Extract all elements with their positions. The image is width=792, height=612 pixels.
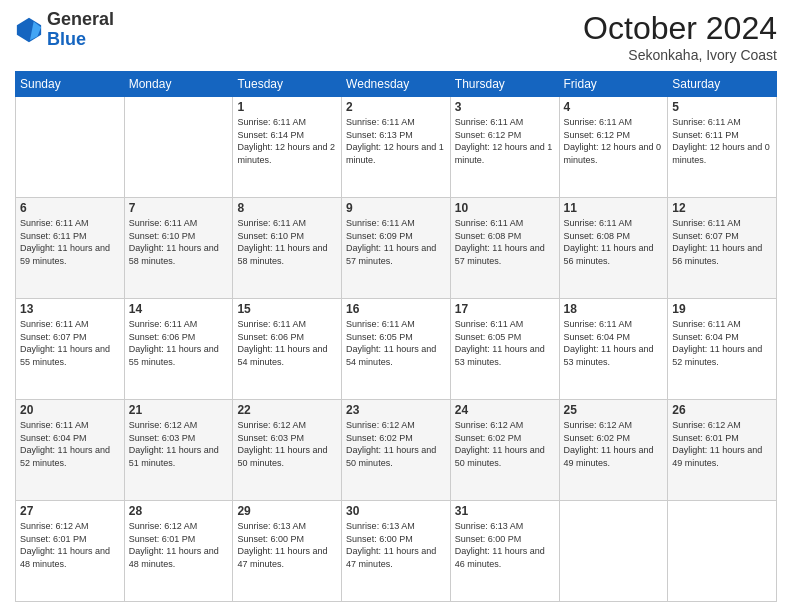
calendar-week-row: 20Sunrise: 6:11 AM Sunset: 6:04 PM Dayli… xyxy=(16,400,777,501)
table-row: 20Sunrise: 6:11 AM Sunset: 6:04 PM Dayli… xyxy=(16,400,125,501)
day-number: 16 xyxy=(346,302,446,316)
table-row: 31Sunrise: 6:13 AM Sunset: 6:00 PM Dayli… xyxy=(450,501,559,602)
day-info: Sunrise: 6:11 AM Sunset: 6:09 PM Dayligh… xyxy=(346,217,446,267)
day-number: 27 xyxy=(20,504,120,518)
table-row: 11Sunrise: 6:11 AM Sunset: 6:08 PM Dayli… xyxy=(559,198,668,299)
day-number: 13 xyxy=(20,302,120,316)
day-info: Sunrise: 6:11 AM Sunset: 6:06 PM Dayligh… xyxy=(237,318,337,368)
day-info: Sunrise: 6:11 AM Sunset: 6:07 PM Dayligh… xyxy=(672,217,772,267)
title-block: October 2024 Sekonkaha, Ivory Coast xyxy=(583,10,777,63)
table-row: 10Sunrise: 6:11 AM Sunset: 6:08 PM Dayli… xyxy=(450,198,559,299)
day-info: Sunrise: 6:12 AM Sunset: 6:01 PM Dayligh… xyxy=(129,520,229,570)
calendar-header-row: Sunday Monday Tuesday Wednesday Thursday… xyxy=(16,72,777,97)
day-info: Sunrise: 6:11 AM Sunset: 6:04 PM Dayligh… xyxy=(672,318,772,368)
day-number: 15 xyxy=(237,302,337,316)
table-row: 7Sunrise: 6:11 AM Sunset: 6:10 PM Daylig… xyxy=(124,198,233,299)
col-wednesday: Wednesday xyxy=(342,72,451,97)
day-number: 19 xyxy=(672,302,772,316)
table-row: 22Sunrise: 6:12 AM Sunset: 6:03 PM Dayli… xyxy=(233,400,342,501)
table-row: 9Sunrise: 6:11 AM Sunset: 6:09 PM Daylig… xyxy=(342,198,451,299)
table-row: 14Sunrise: 6:11 AM Sunset: 6:06 PM Dayli… xyxy=(124,299,233,400)
day-info: Sunrise: 6:11 AM Sunset: 6:05 PM Dayligh… xyxy=(346,318,446,368)
day-number: 22 xyxy=(237,403,337,417)
day-number: 5 xyxy=(672,100,772,114)
table-row: 3Sunrise: 6:11 AM Sunset: 6:12 PM Daylig… xyxy=(450,97,559,198)
logo: General Blue xyxy=(15,10,114,50)
day-info: Sunrise: 6:12 AM Sunset: 6:03 PM Dayligh… xyxy=(237,419,337,469)
col-tuesday: Tuesday xyxy=(233,72,342,97)
day-number: 3 xyxy=(455,100,555,114)
table-row: 29Sunrise: 6:13 AM Sunset: 6:00 PM Dayli… xyxy=(233,501,342,602)
table-row: 26Sunrise: 6:12 AM Sunset: 6:01 PM Dayli… xyxy=(668,400,777,501)
day-number: 4 xyxy=(564,100,664,114)
col-thursday: Thursday xyxy=(450,72,559,97)
table-row: 30Sunrise: 6:13 AM Sunset: 6:00 PM Dayli… xyxy=(342,501,451,602)
table-row xyxy=(16,97,125,198)
calendar-week-row: 6Sunrise: 6:11 AM Sunset: 6:11 PM Daylig… xyxy=(16,198,777,299)
day-info: Sunrise: 6:11 AM Sunset: 6:04 PM Dayligh… xyxy=(20,419,120,469)
day-info: Sunrise: 6:12 AM Sunset: 6:01 PM Dayligh… xyxy=(20,520,120,570)
table-row: 23Sunrise: 6:12 AM Sunset: 6:02 PM Dayli… xyxy=(342,400,451,501)
col-monday: Monday xyxy=(124,72,233,97)
day-info: Sunrise: 6:13 AM Sunset: 6:00 PM Dayligh… xyxy=(455,520,555,570)
day-info: Sunrise: 6:11 AM Sunset: 6:08 PM Dayligh… xyxy=(455,217,555,267)
day-number: 7 xyxy=(129,201,229,215)
day-number: 26 xyxy=(672,403,772,417)
day-number: 10 xyxy=(455,201,555,215)
table-row: 21Sunrise: 6:12 AM Sunset: 6:03 PM Dayli… xyxy=(124,400,233,501)
col-sunday: Sunday xyxy=(16,72,125,97)
day-info: Sunrise: 6:12 AM Sunset: 6:02 PM Dayligh… xyxy=(346,419,446,469)
day-number: 20 xyxy=(20,403,120,417)
month-title: October 2024 xyxy=(583,10,777,47)
calendar-week-row: 27Sunrise: 6:12 AM Sunset: 6:01 PM Dayli… xyxy=(16,501,777,602)
table-row: 2Sunrise: 6:11 AM Sunset: 6:13 PM Daylig… xyxy=(342,97,451,198)
day-info: Sunrise: 6:11 AM Sunset: 6:12 PM Dayligh… xyxy=(564,116,664,166)
day-info: Sunrise: 6:11 AM Sunset: 6:05 PM Dayligh… xyxy=(455,318,555,368)
table-row: 18Sunrise: 6:11 AM Sunset: 6:04 PM Dayli… xyxy=(559,299,668,400)
day-number: 23 xyxy=(346,403,446,417)
day-info: Sunrise: 6:11 AM Sunset: 6:14 PM Dayligh… xyxy=(237,116,337,166)
logo-general-text: General xyxy=(47,10,114,30)
day-number: 17 xyxy=(455,302,555,316)
table-row: 1Sunrise: 6:11 AM Sunset: 6:14 PM Daylig… xyxy=(233,97,342,198)
day-number: 30 xyxy=(346,504,446,518)
day-number: 6 xyxy=(20,201,120,215)
table-row: 15Sunrise: 6:11 AM Sunset: 6:06 PM Dayli… xyxy=(233,299,342,400)
day-number: 18 xyxy=(564,302,664,316)
table-row: 27Sunrise: 6:12 AM Sunset: 6:01 PM Dayli… xyxy=(16,501,125,602)
col-friday: Friday xyxy=(559,72,668,97)
col-saturday: Saturday xyxy=(668,72,777,97)
day-number: 14 xyxy=(129,302,229,316)
table-row xyxy=(668,501,777,602)
page: General Blue October 2024 Sekonkaha, Ivo… xyxy=(0,0,792,612)
table-row: 5Sunrise: 6:11 AM Sunset: 6:11 PM Daylig… xyxy=(668,97,777,198)
day-info: Sunrise: 6:13 AM Sunset: 6:00 PM Dayligh… xyxy=(346,520,446,570)
table-row: 4Sunrise: 6:11 AM Sunset: 6:12 PM Daylig… xyxy=(559,97,668,198)
day-info: Sunrise: 6:13 AM Sunset: 6:00 PM Dayligh… xyxy=(237,520,337,570)
table-row: 12Sunrise: 6:11 AM Sunset: 6:07 PM Dayli… xyxy=(668,198,777,299)
day-info: Sunrise: 6:11 AM Sunset: 6:11 PM Dayligh… xyxy=(20,217,120,267)
day-number: 21 xyxy=(129,403,229,417)
calendar-table: Sunday Monday Tuesday Wednesday Thursday… xyxy=(15,71,777,602)
day-info: Sunrise: 6:12 AM Sunset: 6:02 PM Dayligh… xyxy=(455,419,555,469)
day-number: 11 xyxy=(564,201,664,215)
day-info: Sunrise: 6:11 AM Sunset: 6:04 PM Dayligh… xyxy=(564,318,664,368)
table-row: 16Sunrise: 6:11 AM Sunset: 6:05 PM Dayli… xyxy=(342,299,451,400)
table-row: 17Sunrise: 6:11 AM Sunset: 6:05 PM Dayli… xyxy=(450,299,559,400)
day-info: Sunrise: 6:12 AM Sunset: 6:01 PM Dayligh… xyxy=(672,419,772,469)
table-row: 8Sunrise: 6:11 AM Sunset: 6:10 PM Daylig… xyxy=(233,198,342,299)
logo-blue-text: Blue xyxy=(47,30,114,50)
calendar-week-row: 13Sunrise: 6:11 AM Sunset: 6:07 PM Dayli… xyxy=(16,299,777,400)
day-info: Sunrise: 6:11 AM Sunset: 6:13 PM Dayligh… xyxy=(346,116,446,166)
day-number: 12 xyxy=(672,201,772,215)
day-number: 1 xyxy=(237,100,337,114)
day-info: Sunrise: 6:11 AM Sunset: 6:08 PM Dayligh… xyxy=(564,217,664,267)
table-row: 28Sunrise: 6:12 AM Sunset: 6:01 PM Dayli… xyxy=(124,501,233,602)
table-row xyxy=(124,97,233,198)
day-info: Sunrise: 6:12 AM Sunset: 6:02 PM Dayligh… xyxy=(564,419,664,469)
table-row: 24Sunrise: 6:12 AM Sunset: 6:02 PM Dayli… xyxy=(450,400,559,501)
day-info: Sunrise: 6:11 AM Sunset: 6:12 PM Dayligh… xyxy=(455,116,555,166)
day-number: 9 xyxy=(346,201,446,215)
day-number: 2 xyxy=(346,100,446,114)
day-number: 25 xyxy=(564,403,664,417)
